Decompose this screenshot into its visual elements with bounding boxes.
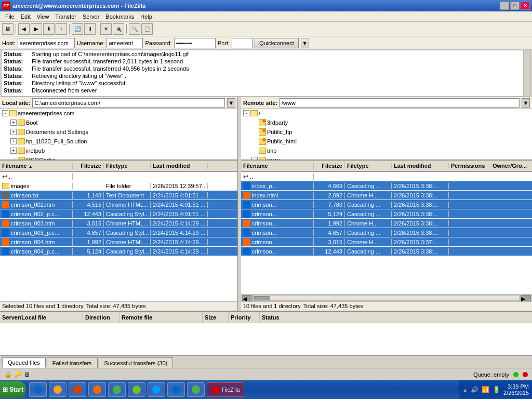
tab-queued-files[interactable]: Queued files [2,357,46,368]
expand-icon[interactable]: + [10,138,17,144]
start-button[interactable]: ⊞ Start [0,381,26,398]
table-row[interactable]: index.html 2,092 Chrome H... 2/26/2015 3… [241,191,532,200]
local-path-dropdown[interactable]: ▼ [227,98,235,108]
close-button[interactable]: ✕ [521,2,530,10]
taskbar-ie[interactable] [29,382,47,397]
table-row[interactable]: crimson_003_p.c... 4,657 Cascading Styl.… [0,228,237,237]
remote-col-filesize[interactable]: Filesize [314,163,345,169]
menu-edit[interactable]: Edit [18,12,34,21]
taskbar-filezilla[interactable]: FileZilla [207,382,244,397]
transfer-col-direction[interactable]: Direction [83,312,119,323]
expand-icon[interactable]: - [243,110,249,116]
tree-item-hp[interactable]: + hp_lj1020_Full_Solution [0,137,237,146]
table-row[interactable]: crimson_004_p.c... 5,124 Cascading Styl.… [0,247,237,256]
table-row[interactable]: ↩.. [0,172,237,181]
expand-icon[interactable]: + [10,129,17,135]
expand-icon[interactable]: + [10,119,17,126]
taskbar-explorer[interactable] [49,382,66,397]
menu-file[interactable]: File [2,12,18,21]
toolbar-btn-4[interactable]: ⬇ [43,23,55,35]
table-row[interactable]: crimson_004.htm 1,992 Chrome HTML... 2/2… [0,237,237,247]
table-row[interactable]: crimson_003.htm 3,015 Chrome HTML... 2/2… [0,219,237,228]
menu-help[interactable]: Help [137,12,155,21]
minimize-button[interactable]: ─ [500,2,509,10]
local-path-input[interactable] [32,98,225,108]
taskbar-chrome[interactable] [108,382,126,397]
status-scrollbar[interactable] [523,50,530,96]
tab-successful-transfers[interactable]: Successful transfers (30) [99,357,174,368]
table-row[interactable]: crimson... 4,657 Cascading ... 2/26/2015… [241,228,532,237]
table-row[interactable]: crimson... 1,992 Chrome H... 2/26/2015 3… [241,219,532,228]
transfer-col-remote[interactable]: Remote file [119,312,203,323]
table-row[interactable]: crimson_002_p.c... 12,443 Cascading Styl… [0,209,237,219]
tree-item-tmp[interactable]: tmp [241,146,532,155]
expand-icon[interactable]: - [251,157,258,161]
remote-col-owner[interactable]: Owner/Gro... [490,163,532,169]
taskbar-utorrent[interactable] [128,382,145,397]
table-row[interactable]: crimson... 7,780 Cascading ... 2/26/2015… [241,200,532,209]
tab-failed-transfers[interactable]: Failed transfers [47,357,98,368]
tree-item-boot[interactable]: + Boot [0,118,237,127]
table-row[interactable]: crimson... 12,443 Cascading ... 2/26/201… [241,247,532,256]
local-col-filetype[interactable]: Filetype [104,163,151,169]
transfer-col-status[interactable]: Status [260,312,301,323]
username-input[interactable] [107,38,143,48]
tree-item-www[interactable]: - www [241,155,532,161]
remote-path-dropdown[interactable]: ▼ [522,98,530,108]
menu-server[interactable]: Server [79,12,102,21]
remote-col-lastmod[interactable]: Last modified [392,163,449,169]
tree-item-mso[interactable]: MSOCache [0,155,237,161]
maximize-button[interactable]: □ [510,2,520,10]
menu-view[interactable]: View [34,12,52,21]
toolbar-btn-11[interactable]: 📋 [141,23,153,35]
toolbar-btn-6[interactable]: 🔄 [72,23,83,35]
local-col-filename[interactable]: Filename ▲ [0,163,73,169]
taskbar-firefox[interactable] [88,382,106,397]
toolbar-btn-1[interactable]: 🖥 [2,23,14,35]
transfer-col-size[interactable]: Size [203,312,229,323]
port-input[interactable] [232,38,252,48]
password-input[interactable] [174,38,216,48]
toolbar-btn-5[interactable]: ↑ [56,23,67,35]
toolbar-btn-10[interactable]: 🔍 [129,23,140,35]
hscroll-right[interactable]: ▶ [521,295,531,301]
toolbar-btn-3[interactable]: ▶ [31,23,42,35]
quickconnect-dropdown[interactable]: ▼ [301,38,309,48]
expand-icon[interactable]: - [2,110,8,116]
hscroll-left[interactable]: ◀ [242,295,252,301]
taskbar-skype[interactable] [148,382,165,397]
tree-item-root[interactable]: - ameerenterprises.com [0,109,237,118]
toolbar-btn-7[interactable]: ⏸ [84,23,96,35]
table-row[interactable]: crimson... 5,124 Cascading ... 2/26/2015… [241,209,532,219]
table-row[interactable]: crimson_002.htm 4,515 Chrome HTML... 2/2… [0,200,237,209]
tree-item-inetpub[interactable]: + inetpub [0,146,237,155]
toolbar-btn-8[interactable]: ✕ [100,23,112,35]
transfer-col-priority[interactable]: Priority [229,312,260,323]
remote-col-perms[interactable]: Permissions [449,163,490,169]
toolbar-btn-9[interactable]: 🔌 [113,23,124,35]
system-clock[interactable]: 3:39 PM2/26/2015 [503,383,529,396]
tree-item-3rdparty[interactable]: 3rdparty [241,118,532,127]
quickconnect-button[interactable]: Quickconnect [255,38,299,48]
remote-col-filename[interactable]: Filename [241,163,314,169]
hscroll-thumb[interactable] [254,296,270,300]
taskbar-chrome2[interactable] [187,382,205,397]
host-input[interactable] [18,38,75,48]
local-col-lastmod[interactable]: Last modified [151,163,208,169]
table-row[interactable]: images File folder 2/26/2015 12:39:57... [0,181,237,191]
tree-item-docs[interactable]: + Documents and Settings [0,127,237,137]
table-row[interactable]: crimson... 3,015 Chrome H... 2/26/2015 3… [241,237,532,247]
table-row[interactable]: crimson.txt 1,148 Text Document 2/24/201… [0,191,237,200]
menu-bookmarks[interactable]: Bookmarks [102,12,137,21]
taskbar-media[interactable] [69,382,86,397]
toolbar-btn-2[interactable]: ◀ [18,23,30,35]
hscroll-track[interactable] [254,296,520,301]
remote-path-input[interactable] [280,98,520,108]
menu-transfer[interactable]: Transfer [52,12,79,21]
local-col-filesize[interactable]: Filesize [73,163,104,169]
table-row[interactable]: index_p... 4,669 Cascading ... 2/26/2015… [241,181,532,191]
remote-col-filetype[interactable]: Filetype [345,163,392,169]
table-row[interactable]: ↩.. [241,172,532,181]
tree-item-root[interactable]: - / [241,109,532,118]
tree-item-public-ftp[interactable]: Public_ftp [241,127,532,137]
